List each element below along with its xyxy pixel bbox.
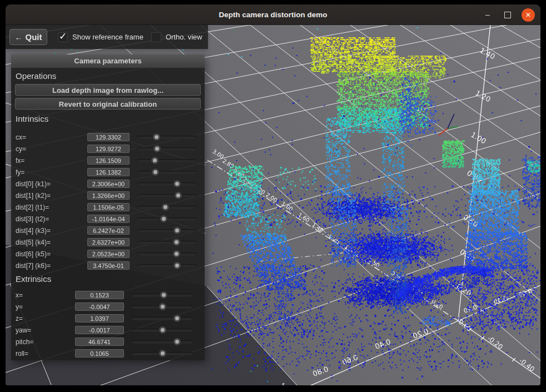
param-label: dist[4] (k3)= bbox=[16, 227, 87, 235]
param-slider[interactable] bbox=[132, 303, 193, 310]
panel-title[interactable]: Camera parameters bbox=[11, 54, 205, 68]
slider-track[interactable] bbox=[137, 159, 196, 162]
param-value-input[interactable]: 2.0523e+00 bbox=[87, 250, 130, 258]
param-label: cy= bbox=[16, 145, 87, 153]
param-slider[interactable] bbox=[137, 192, 196, 199]
screen: Depth camera distortion demo – ✕ ← Quit … bbox=[0, 0, 546, 392]
window-controls: – ✕ bbox=[482, 4, 535, 25]
quit-button[interactable]: ← Quit bbox=[9, 29, 47, 45]
slider-track[interactable] bbox=[137, 194, 196, 197]
slider-knob[interactable] bbox=[159, 303, 166, 310]
slider-knob[interactable] bbox=[160, 291, 167, 299]
param-row-cy: cy=129.9272 bbox=[11, 143, 205, 155]
param-slider[interactable] bbox=[137, 157, 196, 164]
param-value-input[interactable]: -0.0047 bbox=[75, 302, 124, 311]
minimize-button[interactable]: – bbox=[482, 9, 494, 21]
slider-knob[interactable] bbox=[162, 204, 169, 211]
param-value-input[interactable]: -0.0017 bbox=[75, 326, 124, 334]
title-bar: Depth camera distortion demo – ✕ bbox=[6, 4, 540, 25]
param-row-dist7k6: dist[7] (k6)=3.4750e-01 bbox=[11, 260, 205, 271]
slider-track[interactable] bbox=[137, 182, 196, 186]
param-row-dist2t1: dist[2] (t1)=1.1506e-05 bbox=[11, 201, 205, 213]
param-slider[interactable] bbox=[137, 239, 196, 246]
param-row-dist5k4: dist[5] (k4)=2.6327e+00 bbox=[11, 236, 205, 248]
param-label: x= bbox=[16, 291, 75, 299]
param-value-input[interactable]: -1.0164e-04 bbox=[87, 215, 130, 223]
slider-knob[interactable] bbox=[175, 192, 182, 199]
slider-knob[interactable] bbox=[173, 227, 181, 234]
extrinsics-rows: x=0.1523y=-0.0047z=1.0397yaw=-0.0017pitc… bbox=[11, 289, 205, 359]
slider-knob[interactable] bbox=[159, 326, 166, 334]
param-label: roll= bbox=[16, 350, 75, 358]
revert-calibration-button[interactable]: Revert to original calibration bbox=[15, 98, 201, 110]
section-intrinsics: Intrinsics bbox=[11, 111, 205, 125]
slider-track[interactable] bbox=[137, 147, 196, 151]
param-slider[interactable] bbox=[137, 204, 196, 211]
param-row-fy: fy=126.1382 bbox=[11, 166, 205, 178]
param-value-input[interactable]: 126.1509 bbox=[87, 156, 130, 165]
close-button[interactable]: ✕ bbox=[522, 8, 535, 22]
param-value-input[interactable]: 0.1523 bbox=[75, 291, 124, 299]
param-slider[interactable] bbox=[137, 133, 196, 141]
param-label: cx= bbox=[16, 133, 87, 141]
param-label: y= bbox=[16, 303, 75, 311]
maximize-button[interactable] bbox=[502, 9, 514, 21]
param-row-dist1k2: dist[1] (k2)=1.3266e+00 bbox=[11, 190, 205, 201]
slider-track[interactable] bbox=[132, 340, 193, 344]
slider-knob[interactable] bbox=[173, 239, 180, 246]
slider-track[interactable] bbox=[137, 264, 196, 267]
param-row-y: y=-0.0047 bbox=[11, 301, 205, 312]
param-value-input[interactable]: 6.2427e-02 bbox=[87, 226, 130, 235]
param-slider[interactable] bbox=[137, 145, 196, 152]
param-value-input[interactable]: 0.1065 bbox=[75, 349, 124, 358]
param-row-x: x=0.1523 bbox=[11, 289, 205, 301]
param-value-input[interactable]: 1.1506e-05 bbox=[87, 203, 130, 211]
param-slider[interactable] bbox=[137, 168, 196, 176]
param-slider[interactable] bbox=[132, 291, 193, 299]
param-value-input[interactable]: 2.3006e+00 bbox=[87, 180, 130, 188]
slider-track[interactable] bbox=[132, 317, 193, 320]
param-row-roll: roll=0.1065 bbox=[11, 348, 205, 359]
param-value-input[interactable]: 129.3302 bbox=[87, 133, 130, 141]
param-slider[interactable] bbox=[132, 326, 193, 334]
slider-knob[interactable] bbox=[159, 350, 166, 357]
param-value-input[interactable]: 129.9272 bbox=[87, 145, 130, 153]
slider-knob[interactable] bbox=[160, 215, 167, 222]
slider-knob[interactable] bbox=[151, 157, 158, 164]
param-label: dist[2] (t1)= bbox=[16, 204, 87, 211]
param-slider[interactable] bbox=[132, 350, 193, 357]
slider-track[interactable] bbox=[137, 241, 196, 244]
slider-knob[interactable] bbox=[173, 250, 180, 257]
slider-knob[interactable] bbox=[173, 338, 181, 345]
slider-track[interactable] bbox=[137, 171, 196, 174]
param-value-input[interactable]: 46.6741 bbox=[75, 338, 124, 346]
show-reference-frame-checkbox[interactable] bbox=[58, 32, 68, 42]
slider-knob[interactable] bbox=[153, 133, 160, 141]
param-value-input[interactable]: 2.6327e+00 bbox=[87, 238, 130, 246]
param-slider[interactable] bbox=[137, 262, 196, 269]
slider-track[interactable] bbox=[137, 136, 196, 139]
param-slider[interactable] bbox=[137, 250, 196, 257]
param-slider[interactable] bbox=[132, 338, 193, 345]
param-slider[interactable] bbox=[137, 227, 196, 234]
ortho-view-checkbox[interactable] bbox=[151, 32, 161, 42]
slider-knob[interactable] bbox=[173, 315, 181, 322]
maximize-icon bbox=[504, 12, 511, 18]
param-slider[interactable] bbox=[137, 215, 196, 222]
param-value-input[interactable]: 126.1382 bbox=[87, 168, 130, 176]
param-slider[interactable] bbox=[137, 180, 196, 187]
slider-track[interactable] bbox=[137, 229, 196, 232]
slider-knob[interactable] bbox=[173, 262, 181, 269]
param-row-dist4k3: dist[4] (k3)=6.2427e-02 bbox=[11, 225, 205, 236]
slider-knob[interactable] bbox=[173, 180, 181, 187]
slider-track[interactable] bbox=[137, 252, 196, 256]
param-value-input[interactable]: 3.4750e-01 bbox=[87, 261, 130, 270]
load-depth-image-button[interactable]: Load depth image from rawlog... bbox=[15, 84, 201, 96]
param-value-input[interactable]: 1.3266e+00 bbox=[87, 191, 130, 200]
slider-knob[interactable] bbox=[153, 145, 161, 152]
param-value-input[interactable]: 1.0397 bbox=[75, 314, 124, 322]
slider-knob[interactable] bbox=[152, 168, 159, 176]
param-label: pitch= bbox=[16, 338, 75, 346]
param-slider[interactable] bbox=[132, 315, 193, 322]
param-row-pitch: pitch=46.6741 bbox=[11, 336, 205, 348]
